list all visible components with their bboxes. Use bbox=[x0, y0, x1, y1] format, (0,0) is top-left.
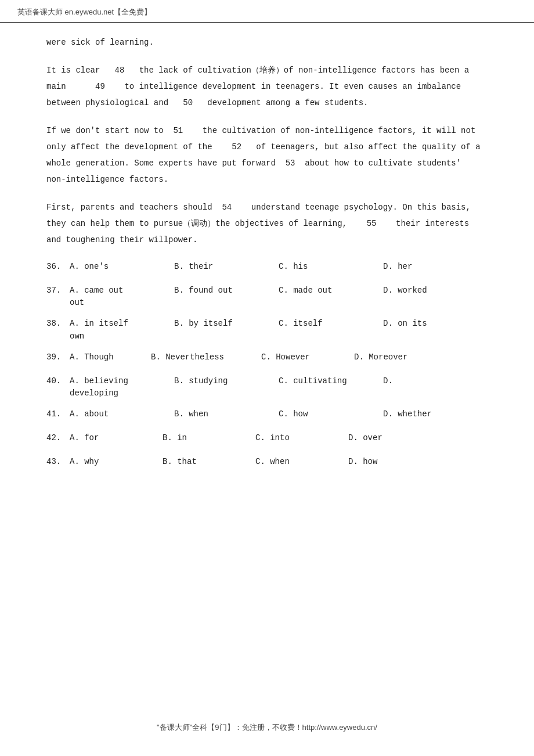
q41-a: A. about bbox=[70, 407, 174, 422]
paragraph-1: were sick of learning. bbox=[46, 34, 488, 51]
q37-c: C. made out bbox=[279, 283, 383, 298]
q42-c: C. into bbox=[255, 431, 348, 445]
q42-a: A. for bbox=[70, 431, 163, 445]
q38-d: D. on its bbox=[383, 316, 488, 331]
q37-overflow: out bbox=[46, 298, 488, 307]
q40-d: D. bbox=[383, 374, 393, 388]
q41-d: D. whether bbox=[383, 407, 432, 422]
q41-b: B. when bbox=[174, 407, 279, 422]
answer-row-42: 42. A. for B. in C. into D. over bbox=[46, 431, 488, 445]
answer-row-39: 39. A. Though B. Nevertheless C. However… bbox=[46, 350, 488, 365]
q39-b: B. Nevertheless bbox=[151, 350, 261, 365]
answer-section: 36. A. one's B. their C. his D. her 37. … bbox=[46, 260, 488, 470]
q39-d: D. Moreover bbox=[354, 350, 407, 365]
q39-c: C. However bbox=[261, 350, 354, 365]
answer-row-43: 43. A. why B. that C. when D. how bbox=[46, 455, 488, 469]
q41-num: 41. bbox=[46, 407, 70, 422]
q42-b: B. in bbox=[163, 431, 255, 445]
q42-d: D. over bbox=[348, 431, 383, 445]
q37-d: D. worked bbox=[383, 283, 488, 298]
q40-b: B. studying bbox=[174, 374, 279, 388]
q38-c: C. itself bbox=[279, 316, 383, 331]
q36-d: D. her bbox=[383, 260, 488, 274]
paragraph-3: If we don't start now to 51 the cultivat… bbox=[46, 123, 488, 188]
header: 英语备课大师 en.eywedu.net【全免费】 bbox=[0, 0, 534, 23]
paragraph-2: It is clear 48 the lack of cultivation（培… bbox=[46, 62, 488, 111]
q36-b: B. their bbox=[174, 260, 279, 274]
answer-row-40: 40. A. believing B. studying C. cultivat… bbox=[46, 374, 488, 398]
q40-num: 40. bbox=[46, 374, 70, 388]
q43-d: D. how bbox=[348, 455, 377, 469]
q43-num: 43. bbox=[46, 455, 70, 469]
main-content: were sick of learning. It is clear 48 th… bbox=[0, 23, 534, 491]
footer: "备课大师"全科【9门】：免注册，不收费！http://www.eywedu.c… bbox=[0, 711, 534, 744]
q36-a: A. one's bbox=[70, 260, 174, 274]
q37-a: A. came out bbox=[70, 283, 174, 298]
q37-b: B. found out bbox=[174, 283, 279, 298]
q36-num: 36. bbox=[46, 260, 70, 274]
q38-overflow: own bbox=[46, 332, 488, 341]
footer-text: "备课大师"全科【9门】：免注册，不收费！http://www.eywedu.c… bbox=[157, 723, 377, 732]
q36-c: C. his bbox=[279, 260, 383, 274]
header-text: 英语备课大师 en.eywedu.net【全免费】 bbox=[17, 7, 151, 17]
q39-a: A. Though bbox=[70, 350, 151, 365]
answer-row-37: 37. A. came out B. found out C. made out… bbox=[46, 283, 488, 307]
q39-num: 39. bbox=[46, 350, 70, 365]
answer-row-38: 38. A. in itself B. by itself C. itself … bbox=[46, 316, 488, 340]
q43-c: C. when bbox=[255, 455, 348, 469]
q41-c: C. how bbox=[279, 407, 383, 422]
q38-a: A. in itself bbox=[70, 316, 174, 331]
q40-overflow: developing bbox=[46, 388, 488, 398]
answer-row-36: 36. A. one's B. their C. his D. her bbox=[46, 260, 488, 274]
q42-num: 42. bbox=[46, 431, 70, 445]
q37-num: 37. bbox=[46, 283, 70, 298]
q43-a: A. why bbox=[70, 455, 163, 469]
q40-a: A. believing bbox=[70, 374, 174, 388]
q43-b: B. that bbox=[163, 455, 255, 469]
paragraph-4: First, parents and teachers should 54 un… bbox=[46, 199, 488, 248]
q38-b: B. by itself bbox=[174, 316, 279, 331]
q40-c: C. cultivating bbox=[279, 374, 383, 388]
paragraph-1-text: were sick of learning. bbox=[46, 38, 154, 47]
answer-row-41: 41. A. about B. when C. how D. whether bbox=[46, 407, 488, 422]
q38-num: 38. bbox=[46, 316, 70, 331]
